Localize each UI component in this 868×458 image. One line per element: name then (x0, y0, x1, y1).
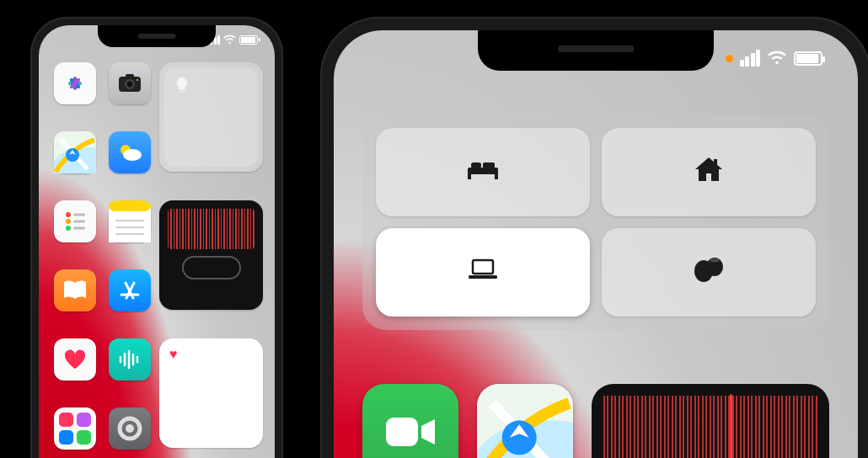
app-camera[interactable] (105, 62, 155, 126)
library-icon (54, 407, 96, 450)
scene-dinner-party[interactable] (602, 128, 816, 216)
svg-rect-38 (59, 430, 73, 445)
wifi-icon (223, 35, 236, 45)
wifi-icon (767, 51, 787, 66)
svg-point-19 (66, 219, 71, 224)
homepod-icon (692, 256, 726, 283)
pause-button[interactable] (182, 256, 241, 280)
svg-rect-22 (73, 227, 85, 230)
scene-cooking-music[interactable] (602, 228, 816, 317)
svg-rect-42 (468, 168, 498, 174)
widget-voice-memos[interactable] (592, 384, 829, 458)
notes-icon (109, 200, 151, 242)
widget-health[interactable]: ♥ (159, 338, 263, 448)
app-weather[interactable] (105, 131, 155, 195)
app-photos[interactable] (51, 62, 100, 126)
svg-rect-36 (59, 413, 73, 427)
lightbulb-icon (173, 76, 191, 94)
svg-rect-44 (495, 173, 498, 179)
weather-icon (109, 131, 151, 173)
svg-point-16 (123, 149, 142, 161)
app-sounds[interactable] (105, 338, 155, 402)
svg-rect-53 (386, 418, 418, 446)
widget-home-scenes[interactable] (362, 114, 829, 330)
svg-point-41 (126, 424, 134, 433)
maps-icon (477, 384, 573, 458)
svg-rect-47 (714, 159, 717, 165)
facetime-icon (383, 413, 438, 451)
house-icon (694, 156, 724, 183)
bed-icon (466, 156, 500, 183)
cellular-icon (740, 50, 761, 67)
svg-rect-23 (109, 200, 151, 212)
svg-point-52 (710, 258, 720, 262)
svg-point-17 (66, 212, 71, 217)
svg-rect-46 (483, 162, 495, 168)
app-reminders[interactable] (51, 200, 100, 264)
home-screen (334, 30, 858, 458)
photos-icon (54, 62, 96, 104)
svg-point-10 (126, 82, 132, 88)
heart-icon: ♥ (169, 347, 178, 362)
battery-icon (794, 51, 822, 66)
maps-icon (54, 131, 96, 173)
playhead-icon (730, 394, 732, 458)
books-icon (54, 269, 96, 312)
svg-rect-49 (469, 275, 497, 279)
svg-rect-45 (471, 162, 481, 168)
svg-point-21 (66, 226, 71, 231)
svg-rect-11 (126, 74, 134, 78)
app-settings[interactable] (105, 407, 155, 458)
scene-work-from-home[interactable] (376, 228, 590, 317)
svg-rect-18 (73, 214, 85, 216)
app-notes[interactable] (105, 200, 155, 264)
svg-rect-48 (473, 260, 493, 274)
recording-indicator-icon (726, 55, 733, 62)
svg-rect-39 (77, 430, 91, 445)
app-maps[interactable] (477, 384, 573, 458)
app-books[interactable] (51, 269, 100, 333)
scene-bedtime[interactable] (376, 128, 590, 216)
svg-rect-20 (73, 221, 85, 223)
battery-icon (239, 35, 258, 45)
phone-right (320, 17, 868, 458)
home-screen: ♥ (39, 25, 275, 458)
widget-voice-memos[interactable] (159, 200, 263, 310)
waveform-icon (168, 209, 255, 249)
phone-left: ♥ (30, 17, 283, 458)
appstore-icon (109, 269, 151, 312)
settings-icon (109, 407, 151, 450)
app-appstore[interactable] (105, 269, 155, 333)
camera-icon (109, 62, 151, 104)
svg-rect-37 (77, 413, 91, 427)
waveform-icon (603, 396, 817, 458)
health-icon (54, 338, 96, 381)
app-facetime[interactable] (362, 384, 458, 458)
svg-rect-43 (468, 173, 471, 179)
sounds-icon (109, 338, 151, 381)
svg-point-12 (137, 79, 138, 81)
laptop-icon (466, 256, 500, 283)
reminders-icon (54, 200, 96, 242)
app-health[interactable] (51, 338, 100, 402)
app-library[interactable] (51, 407, 100, 458)
notch (478, 30, 714, 71)
notch (98, 25, 216, 47)
app-maps[interactable] (51, 131, 100, 195)
widget-home[interactable] (159, 62, 263, 172)
